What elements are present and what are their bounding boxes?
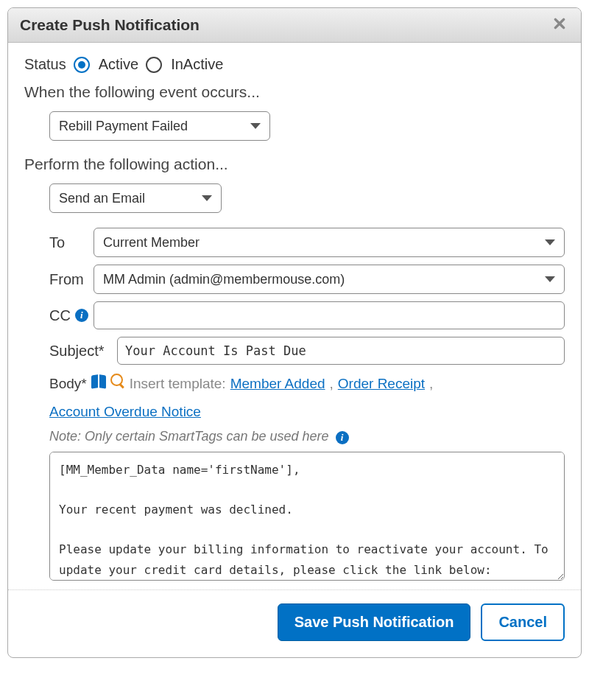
cc-row: CC i: [49, 301, 565, 329]
cc-label: CC: [49, 307, 71, 324]
magnifier-icon[interactable]: [110, 374, 125, 388]
template-link-account-overdue[interactable]: Account Overdue Notice: [49, 400, 201, 424]
to-label: To: [49, 234, 94, 251]
book-icon[interactable]: [91, 375, 106, 388]
email-form: To Current Member From MM Admin (admin@m…: [24, 228, 565, 584]
event-heading: When the following event occurs...: [24, 83, 565, 101]
template-link-member-added[interactable]: Member Added: [230, 372, 325, 396]
save-button[interactable]: Save Push Notification: [278, 603, 471, 641]
insert-template-label: Insert template:: [130, 372, 226, 396]
to-select-value: Current Member: [103, 235, 200, 251]
cc-input[interactable]: [94, 301, 565, 329]
radio-inactive[interactable]: [146, 57, 166, 73]
from-select-value: MM Admin (admin@membermouse.com): [103, 272, 345, 287]
info-icon[interactable]: i: [336, 431, 349, 444]
body-label: Body*: [49, 372, 87, 396]
body-label-row: Body* Insert template: Member Added, Ord…: [49, 372, 565, 424]
close-icon: [553, 17, 566, 33]
status-row: Status Active InActive: [24, 56, 565, 73]
smarttag-note: Note: Only certain SmartTags can be used…: [49, 429, 329, 444]
from-select[interactable]: MM Admin (admin@membermouse.com): [94, 265, 565, 294]
chevron-down-icon: [545, 239, 555, 245]
radio-unchecked-icon: [146, 57, 162, 73]
subject-label: Subject*: [49, 343, 117, 360]
action-select[interactable]: Send an Email: [49, 183, 222, 213]
from-label: From: [49, 271, 94, 288]
action-select-value: Send an Email: [59, 191, 145, 206]
chevron-down-icon: [202, 195, 212, 201]
info-icon[interactable]: i: [75, 309, 88, 322]
body-textarea[interactable]: [49, 452, 565, 581]
radio-inactive-label: InActive: [171, 56, 223, 73]
to-row: To Current Member: [49, 228, 565, 257]
radio-active-label: Active: [99, 56, 138, 73]
subject-row: Subject*: [49, 337, 565, 365]
dialog-title: Create Push Notification: [20, 16, 200, 34]
event-select[interactable]: Rebill Payment Failed: [49, 111, 270, 141]
to-select[interactable]: Current Member: [94, 228, 565, 257]
cancel-button[interactable]: Cancel: [481, 603, 565, 641]
radio-active[interactable]: [74, 57, 94, 73]
action-heading: Perform the following action...: [24, 155, 565, 173]
close-button[interactable]: [550, 15, 569, 35]
subject-input[interactable]: [117, 337, 565, 365]
dialog-footer: Save Push Notification Cancel: [8, 589, 581, 657]
status-label: Status: [24, 56, 66, 73]
chevron-down-icon: [250, 123, 261, 129]
smarttag-note-row: Note: Only certain SmartTags can be used…: [49, 429, 565, 444]
from-row: From MM Admin (admin@membermouse.com): [49, 265, 565, 294]
cc-label-wrap: CC i: [49, 307, 94, 324]
radio-checked-icon: [74, 57, 90, 73]
dialog: Create Push Notification Status Active I…: [7, 7, 582, 658]
event-select-value: Rebill Payment Failed: [59, 119, 188, 134]
dialog-body: Status Active InActive When the followin…: [8, 43, 581, 589]
template-link-order-receipt[interactable]: Order Receipt: [338, 372, 425, 396]
chevron-down-icon: [545, 276, 555, 282]
dialog-header: Create Push Notification: [8, 8, 581, 43]
